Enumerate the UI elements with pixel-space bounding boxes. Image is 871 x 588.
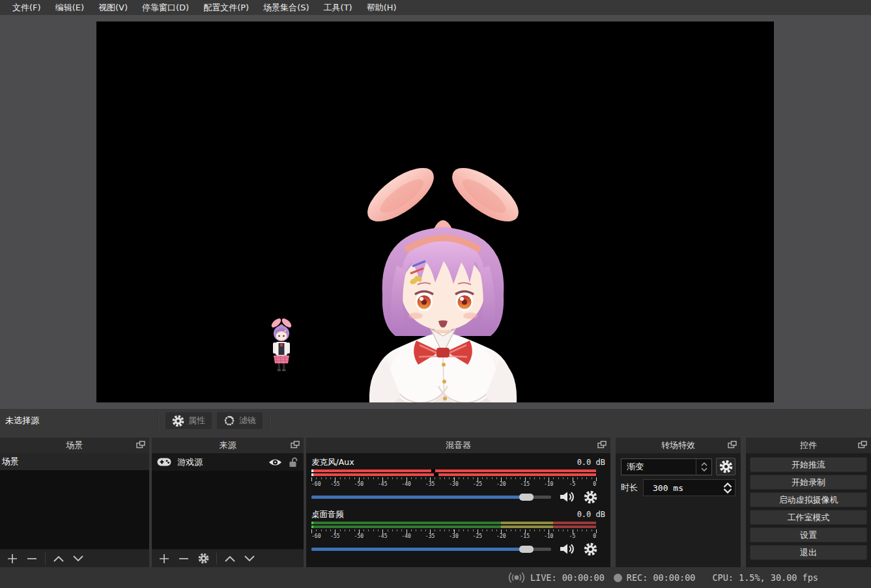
- visibility-eye-icon[interactable]: [268, 458, 282, 467]
- toolbar-separator: [269, 413, 270, 428]
- meter-scale: -60-55-50-45-40-35-30-25-20-15-10-50: [311, 477, 596, 487]
- move-source-down-button[interactable]: [240, 551, 259, 567]
- channel-db-value: 0.0 dB: [577, 510, 605, 519]
- sources-list: 游戏源: [152, 453, 304, 549]
- scene-list-item[interactable]: 场景: [0, 453, 149, 470]
- sources-panel-header[interactable]: 来源: [152, 438, 304, 453]
- popout-icon[interactable]: [136, 441, 145, 449]
- menu-docks[interactable]: 停靠窗口(D): [135, 0, 196, 15]
- start-virtual-camera-button[interactable]: 启动虚拟摄像机: [750, 492, 867, 507]
- gear-icon: [172, 415, 184, 427]
- broadcast-icon: [507, 572, 526, 583]
- popout-icon[interactable]: [728, 441, 737, 449]
- transition-properties-button[interactable]: [716, 458, 735, 475]
- duration-spinbox[interactable]: 300 ms: [643, 479, 735, 496]
- duration-increase-button[interactable]: [723, 483, 732, 488]
- scene-item-label: 场景: [2, 456, 19, 468]
- speaker-icon[interactable]: [560, 491, 575, 503]
- channel-db-value: 0.0 dB: [577, 458, 605, 467]
- transitions-panel: 转场特效 渐变: [616, 438, 741, 567]
- controls-panel-header[interactable]: 控件: [746, 438, 871, 453]
- duration-label: 时长: [621, 482, 643, 494]
- add-source-button[interactable]: [154, 551, 174, 567]
- channel-name: 麦克风/Aux: [311, 457, 354, 468]
- remove-source-button[interactable]: [174, 551, 193, 567]
- channel-settings-gear-icon[interactable]: [584, 542, 597, 556]
- preview-area: [0, 15, 871, 409]
- move-source-up-button[interactable]: [220, 551, 240, 567]
- controls-panel-title: 控件: [800, 440, 817, 451]
- controls-body: 开始推流 开始录制 启动虚拟摄像机 工作室模式 设置 退出: [746, 453, 871, 567]
- video-canvas[interactable]: [96, 21, 774, 402]
- filters-button[interactable]: 滤镜: [217, 412, 263, 429]
- combo-spinner[interactable]: [696, 459, 711, 475]
- sources-panel-title: 来源: [220, 440, 236, 451]
- menu-view[interactable]: 视图(V): [91, 0, 135, 15]
- mixer-panel-title: 混音器: [446, 440, 471, 451]
- exit-button[interactable]: 退出: [750, 545, 867, 560]
- scenes-panel-header[interactable]: 场景: [0, 438, 149, 453]
- speaker-icon[interactable]: [560, 543, 575, 555]
- duration-value: 300 ms: [644, 483, 721, 493]
- transitions-panel-header[interactable]: 转场特效: [616, 438, 741, 453]
- channel-name: 桌面音频: [311, 509, 344, 520]
- obs-window: 文件(F) 编辑(E) 视图(V) 停靠窗口(D) 配置文件(P) 场景集合(S…: [0, 0, 871, 588]
- move-scene-up-button[interactable]: [49, 551, 68, 567]
- volume-slider[interactable]: [311, 542, 551, 555]
- record-dot-icon: [614, 574, 622, 582]
- transitions-body: 渐变 时长: [616, 453, 741, 567]
- filters-button-label: 滤镜: [239, 415, 256, 427]
- properties-button-label: 属性: [188, 415, 205, 427]
- rec-time: REC: 00:00:00: [627, 572, 696, 583]
- channel-settings-gear-icon[interactable]: [584, 490, 597, 504]
- popout-icon[interactable]: [858, 441, 867, 449]
- source-list-item[interactable]: 游戏源: [152, 453, 304, 471]
- duration-decrease-button[interactable]: [723, 488, 732, 494]
- filter-icon: [223, 415, 235, 427]
- chibi-avatar: [267, 316, 296, 372]
- mixer-channel-desktop: 桌面音频 0.0 dB -60-55-50-45-40-35-30-25-20-…: [311, 509, 605, 555]
- mixer-channel-mic: 麦克风/Aux 0.0 dB -60-55-50-45-40-35-30-25-…: [311, 457, 605, 503]
- move-scene-down-button[interactable]: [68, 551, 88, 567]
- menu-scene-collection[interactable]: 场景集合(S): [256, 0, 316, 15]
- popout-icon[interactable]: [291, 441, 300, 449]
- popout-icon[interactable]: [597, 441, 607, 449]
- status-bar: LIVE: 00:00:00 REC: 00:00:00 CPU: 1.5%, …: [0, 567, 871, 588]
- cpu-fps-stats: CPU: 1.5%, 30.00 fps: [712, 572, 818, 583]
- source-toolbar: 未选择源 属性 滤镜: [0, 409, 871, 432]
- source-properties-button[interactable]: [193, 551, 213, 567]
- settings-button[interactable]: 设置: [750, 527, 867, 542]
- mixer-panel: 混音器 麦克风/Aux 0.0 dB: [306, 438, 610, 567]
- scenes-toolbar: [0, 549, 149, 567]
- menu-file[interactable]: 文件(F): [5, 0, 48, 15]
- menu-help[interactable]: 帮助(H): [360, 0, 404, 15]
- transitions-panel-title: 转场特效: [661, 440, 695, 451]
- toolbar-separator: [45, 553, 46, 565]
- toolbar-separator: [216, 553, 217, 565]
- gamepad-icon: [157, 458, 171, 466]
- mixer-panel-header[interactable]: 混音器: [306, 438, 610, 453]
- toolbar-separator: [158, 413, 159, 428]
- start-recording-button[interactable]: 开始录制: [750, 475, 867, 490]
- menu-profile[interactable]: 配置文件(P): [196, 0, 256, 15]
- menu-bar: 文件(F) 编辑(E) 视图(V) 停靠窗口(D) 配置文件(P) 场景集合(S…: [0, 0, 871, 15]
- start-streaming-button[interactable]: 开始推流: [750, 457, 867, 472]
- add-scene-button[interactable]: [3, 551, 22, 567]
- remove-scene-button[interactable]: [22, 551, 42, 567]
- properties-button[interactable]: 属性: [165, 412, 212, 429]
- dock-area: 场景 场景: [0, 432, 871, 567]
- transition-select[interactable]: 渐变: [621, 458, 712, 475]
- selected-source-status: 未选择源: [5, 415, 154, 427]
- unlock-icon[interactable]: [288, 457, 298, 468]
- vtuber-avatar: [355, 165, 531, 402]
- menu-edit[interactable]: 编辑(E): [48, 0, 91, 15]
- sources-toolbar: [152, 549, 304, 567]
- volume-meter: [311, 469, 596, 476]
- controls-panel: 控件 开始推流 开始录制 启动虚拟摄像机 工作室模式 设置 退出: [746, 438, 871, 567]
- menu-tools[interactable]: 工具(T): [317, 0, 360, 15]
- volume-slider[interactable]: [311, 490, 551, 503]
- studio-mode-button[interactable]: 工作室模式: [750, 510, 867, 525]
- source-item-label: 游戏源: [177, 456, 263, 468]
- slider-handle[interactable]: [519, 546, 534, 553]
- slider-handle[interactable]: [519, 494, 534, 501]
